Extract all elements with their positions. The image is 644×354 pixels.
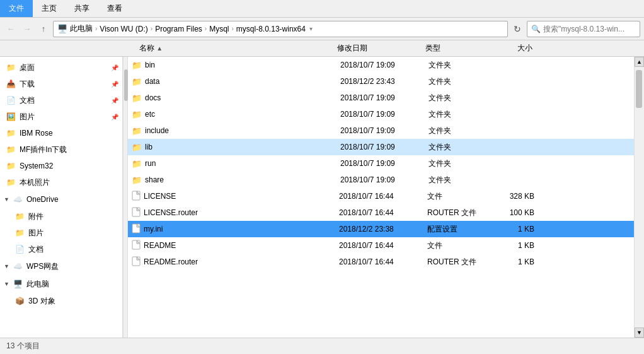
up-button[interactable]: ↑ <box>37 22 50 36</box>
sidebar-section-onedrive[interactable]: ▼ ☁️ OneDrive <box>0 191 122 208</box>
file-name: README <box>144 241 339 250</box>
sidebar-item-attachments[interactable]: 📁 附件 <box>0 208 122 225</box>
file-size: 1 KB <box>497 257 547 266</box>
sidebar-item-docs2[interactable]: 📄 文档 <box>0 241 122 257</box>
file-type: 文件夹 <box>428 109 498 120</box>
svg-rect-2 <box>132 224 140 233</box>
pin-desktop[interactable]: 📌 <box>110 62 120 73</box>
table-row[interactable]: 📁run2018/10/7 19:09文件夹 <box>128 155 634 172</box>
file-type: 文件夹 <box>428 158 498 169</box>
file-date: 2018/10/7 19:09 <box>340 61 428 69</box>
file-type: 配置设置 <box>427 224 497 235</box>
docs2-icon: 📄 <box>15 245 25 254</box>
breadcrumb-icon: 🖥️ <box>57 24 67 33</box>
sort-arrow: ▲ <box>156 45 163 52</box>
sidebar-item-pictures[interactable]: 🖼️ 图片 📌 <box>0 109 122 125</box>
sidebar-item-3d[interactable]: 📦 3D 对象 <box>0 293 122 309</box>
file-icon <box>132 240 141 252</box>
menu-share[interactable]: 共享 <box>66 0 98 17</box>
file-icon <box>132 191 141 203</box>
folder-icon: 📁 <box>132 110 142 119</box>
table-row[interactable]: LICENSE2018/10/7 16:44文件328 KB <box>128 188 634 204</box>
main-layout: 📁 桌面 📌 📥 下载 📌 📄 文档 📌 🖼️ 图片 📌 📁 IBM Rose … <box>0 57 644 338</box>
file-name: my.ini <box>144 225 339 233</box>
back-button[interactable]: ← <box>4 22 18 36</box>
onedrive-expand-icon: ▼ <box>4 196 9 203</box>
file-type: 文件夹 <box>428 126 498 136</box>
scroll-down-btn[interactable]: ▼ <box>635 327 644 338</box>
scroll-content <box>635 67 644 327</box>
breadcrumb-pc: 此电脑 <box>70 23 93 34</box>
table-row[interactable]: README2018/10/7 16:44文件1 KB <box>128 237 634 254</box>
scroll-up-btn[interactable]: ▲ <box>635 57 644 67</box>
sidebar-label-pictures: 图片 <box>20 112 35 122</box>
table-row[interactable]: 📁docs2018/10/7 19:09文件夹 <box>128 90 634 106</box>
search-icon: 🔍 <box>531 25 541 33</box>
scroll-thumb[interactable] <box>636 70 642 108</box>
search-input[interactable] <box>543 25 636 33</box>
forward-button[interactable]: → <box>20 22 34 36</box>
file-name: lib <box>145 143 340 151</box>
table-row[interactable]: 📁lib2018/10/7 19:09文件夹 <box>128 139 634 155</box>
sidebar-label-ibm-rose: IBM Rose <box>20 129 53 138</box>
sidebar-label-pictures2: 图片 <box>28 228 43 239</box>
table-row[interactable]: README.router2018/10/7 16:44ROUTER 文件1 K… <box>128 254 634 270</box>
col-size-header[interactable]: 大小 <box>495 43 545 54</box>
file-date: 2018/10/7 19:09 <box>340 93 428 102</box>
sidebar-item-mf-plugin[interactable]: 📁 MF插件In下载 <box>0 141 122 158</box>
breadcrumb-mysql: Mysql <box>209 25 229 33</box>
wps-cloud-icon: ☁️ <box>13 262 23 271</box>
file-name: share <box>145 175 340 184</box>
sidebar-section-pc[interactable]: ▼ 🖥️ 此电脑 <box>0 275 122 293</box>
file-type: 文件夹 <box>428 175 498 186</box>
table-row[interactable]: LICENSE.router2018/10/7 16:44ROUTER 文件10… <box>128 204 634 221</box>
sidebar-item-download[interactable]: 📥 下载 📌 <box>0 76 122 92</box>
table-row[interactable]: 📁include2018/10/7 19:09文件夹 <box>128 122 634 139</box>
table-row[interactable]: 📁bin2018/10/7 19:09文件夹 <box>128 57 634 73</box>
pin-download[interactable]: 📌 <box>110 79 120 89</box>
file-type: ROUTER 文件 <box>427 257 497 268</box>
onedrive-cloud-icon: ☁️ <box>13 195 23 204</box>
breadcrumb-dropdown[interactable]: ▾ <box>309 25 313 32</box>
sidebar-label-mf-plugin: MF插件In下载 <box>20 145 67 155</box>
file-name: include <box>145 126 340 135</box>
file-type: 文件夹 <box>428 60 498 71</box>
file-size: 1 KB <box>497 225 547 233</box>
table-row[interactable]: 📁etc2018/10/7 19:09文件夹 <box>128 106 634 122</box>
col-date-header[interactable]: 修改日期 <box>337 43 425 54</box>
breadcrumb-sep-2: › <box>205 25 207 32</box>
table-row[interactable]: my.ini2018/12/2 23:38配置设置1 KB <box>128 221 634 237</box>
col-name-header[interactable]: 名称 ▲ <box>135 43 337 54</box>
col-type-header[interactable]: 类型 <box>425 43 495 54</box>
file-icon <box>132 223 141 235</box>
svg-rect-0 <box>132 191 140 200</box>
sidebar-item-ibm-rose[interactable]: 📁 IBM Rose <box>0 125 122 141</box>
sidebar-section-wps[interactable]: ▼ ☁️ WPS网盘 <box>0 257 122 275</box>
file-date: 2018/10/7 16:44 <box>339 192 427 201</box>
refresh-button[interactable]: ↻ <box>510 22 524 36</box>
file-name: etc <box>145 110 340 119</box>
sidebar-item-system32[interactable]: 📁 System32 <box>0 158 122 174</box>
table-row[interactable]: 📁data2018/12/2 23:43文件夹 <box>128 73 634 90</box>
file-size: 100 KB <box>497 208 547 217</box>
sidebar-scroll-thumb[interactable] <box>124 69 128 101</box>
file-list-scrollbar[interactable]: ▲ ▼ <box>634 57 644 338</box>
breadcrumb[interactable]: 🖥️ 此电脑 › Vison WU (D:) › Program Files ›… <box>53 21 508 37</box>
menu-view[interactable]: 查看 <box>98 0 131 17</box>
sidebar-item-docs[interactable]: 📄 文档 📌 <box>0 92 122 109</box>
pin-docs[interactable]: 📌 <box>110 95 120 105</box>
ibm-rose-folder-icon: 📁 <box>6 129 16 138</box>
folder-icon: 📁 <box>132 175 142 185</box>
menu-home[interactable]: 主页 <box>33 0 66 17</box>
column-header: 名称 ▲ 修改日期 类型 大小 <box>0 40 644 57</box>
file-type: 文件 <box>427 191 497 202</box>
sidebar-item-phone-photos[interactable]: 📁 本机照片 <box>0 174 122 191</box>
sidebar-scrollbar[interactable] <box>123 57 128 338</box>
pin-pictures[interactable]: 📌 <box>110 112 120 122</box>
download-icon: 📥 <box>6 80 16 88</box>
sidebar-item-desktop[interactable]: 📁 桌面 📌 <box>0 59 122 76</box>
table-row[interactable]: 📁share2018/10/7 19:09文件夹 <box>128 172 634 188</box>
menu-file[interactable]: 文件 <box>0 0 33 17</box>
file-date: 2018/10/7 19:09 <box>340 126 428 135</box>
sidebar-item-pictures2[interactable]: 📁 图片 <box>0 225 122 241</box>
